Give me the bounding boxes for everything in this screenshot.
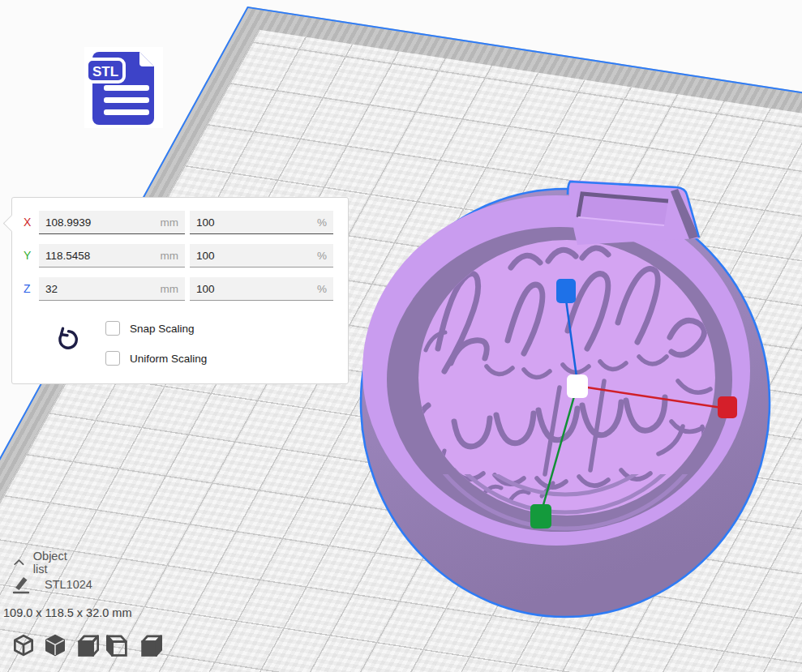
- scale-row-y: Y mm %: [12, 244, 348, 268]
- uniform-scaling-row: Uniform Scaling: [105, 351, 207, 366]
- view-solid-button[interactable]: [43, 633, 67, 657]
- x-percent-field: %: [190, 211, 333, 234]
- snap-scaling-row: Snap Scaling: [105, 321, 195, 336]
- snap-scaling-label: Snap Scaling: [130, 323, 195, 335]
- scale-tool-panel: X mm % Y mm % Z mm: [11, 197, 349, 384]
- x-size-input[interactable]: [39, 211, 185, 233]
- document-fold: [139, 52, 154, 66]
- object-list-item[interactable]: STL1024: [11, 574, 92, 595]
- z-size-field: mm: [39, 277, 185, 301]
- view-top-button[interactable]: [138, 633, 162, 657]
- stl-file-icon: STL: [84, 47, 163, 128]
- viewport-3d[interactable]: STL X mm % Y mm %: [0, 0, 802, 672]
- axis-z-label: Z: [24, 282, 31, 295]
- cube-left-face-icon: [106, 633, 131, 657]
- view-orientation-toolbar: [11, 633, 162, 657]
- scale-handle-y[interactable]: [530, 504, 551, 529]
- axis-y-label: Y: [24, 249, 31, 262]
- y-percent-input[interactable]: [190, 244, 333, 267]
- object-list-header[interactable]: Object list: [13, 550, 71, 576]
- uniform-scaling-checkbox[interactable]: [105, 351, 120, 366]
- reset-scale-button[interactable]: [53, 326, 80, 353]
- scale-handle-z[interactable]: [556, 279, 576, 303]
- y-size-input[interactable]: [39, 244, 185, 267]
- snap-scaling-checkbox[interactable]: [105, 321, 120, 336]
- pencil-edit-icon: [11, 574, 31, 595]
- z-percent-input[interactable]: [190, 277, 333, 300]
- x-percent-input[interactable]: [190, 211, 333, 233]
- model-hanging-tab: [568, 180, 699, 245]
- selected-model-dimensions: 109.0 x 118.5 x 32.0 mm: [3, 606, 132, 619]
- view-left-button[interactable]: [106, 633, 131, 657]
- rotate-ccw-icon: [53, 326, 80, 353]
- scale-handle-center[interactable]: [567, 375, 588, 398]
- chevron-up-icon: [13, 556, 25, 569]
- y-percent-field: %: [190, 244, 333, 268]
- cube-front-face-icon: [75, 633, 99, 657]
- z-size-input[interactable]: [39, 277, 185, 300]
- stl-badge-label: STL: [92, 64, 118, 79]
- uniform-scaling-label: Uniform Scaling: [130, 353, 207, 365]
- view-front-button[interactable]: [75, 633, 99, 657]
- view-3d-button[interactable]: [11, 633, 36, 657]
- scale-handle-x[interactable]: [718, 396, 737, 418]
- scale-row-x: X mm %: [12, 211, 348, 234]
- scale-row-z: Z mm %: [12, 277, 348, 301]
- cube-solid-icon: [43, 633, 67, 657]
- y-size-field: mm: [39, 244, 185, 268]
- object-name: STL1024: [45, 578, 92, 591]
- z-percent-field: %: [190, 277, 333, 301]
- cube-wireframe-icon: [11, 633, 36, 657]
- axis-x-label: X: [24, 216, 31, 229]
- cube-top-face-icon: [138, 633, 162, 657]
- object-list-title: Object list: [33, 550, 71, 576]
- x-size-field: mm: [39, 211, 185, 234]
